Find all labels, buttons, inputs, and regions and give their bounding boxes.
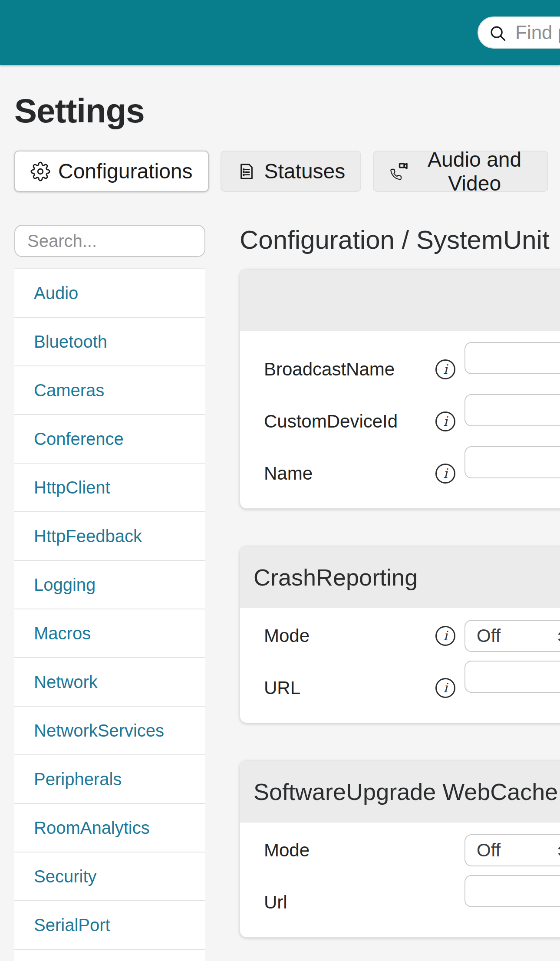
name-input[interactable] (464, 446, 560, 478)
config-main: Configuration / SystemUnit BroadcastName… (240, 192, 560, 961)
sidebar-item-bluetooth[interactable]: Bluetooth (14, 318, 205, 366)
sidebar-item-serialport[interactable]: SerialPort (14, 901, 205, 950)
settings-page: Settings Configurations Statuses (0, 92, 560, 961)
config-path-heading: Configuration / SystemUnit (240, 225, 560, 255)
info-button[interactable]: i (433, 625, 458, 647)
sidebar-search-input[interactable] (14, 225, 205, 257)
config-sidebar: AudioBluetoothCamerasConferenceHttpClien… (14, 192, 205, 961)
customdeviceid-input[interactable] (464, 394, 560, 426)
url-input[interactable] (464, 661, 560, 693)
tab-bar: Configurations Statuses Audio (14, 151, 560, 192)
svg-text:i: i (443, 414, 448, 429)
up-down-chevrons-icon (556, 842, 560, 861)
svg-text:i: i (443, 628, 448, 643)
setting-label: BroadcastName (264, 359, 433, 380)
up-down-chevrons-icon (556, 627, 560, 646)
global-search[interactable] (478, 16, 560, 49)
sidebar-item-cameras[interactable]: Cameras (14, 366, 205, 415)
svg-text:i: i (443, 466, 448, 481)
card-title: SoftwareUpgrade WebCache (240, 761, 560, 823)
info-icon[interactable]: i (434, 462, 457, 485)
config-card-untitled: BroadcastName i CustomDeviceId i Name i (240, 269, 560, 509)
tab-configurations[interactable]: Configurations (14, 151, 209, 192)
config-row-url: Url (264, 876, 560, 928)
config-row-name: Name i (264, 448, 560, 500)
config-card-softwareupgrade-webcache: SoftwareUpgrade WebCacheModeOff Url (240, 760, 560, 938)
sidebar-item-partial (14, 950, 205, 961)
mode-select[interactable]: Off (464, 620, 560, 652)
url-input[interactable] (464, 875, 560, 907)
search-icon (488, 23, 508, 43)
setting-label: URL (264, 678, 433, 698)
config-row-mode: Mode i Off (264, 610, 560, 662)
page-title: Settings (14, 92, 560, 129)
top-bar (0, 0, 560, 65)
svg-text:i: i (443, 362, 448, 377)
sidebar-item-httpfeedback[interactable]: HttpFeedback (14, 512, 205, 561)
phone-video-icon (389, 161, 409, 181)
config-row-customdeviceid: CustomDeviceId i (264, 395, 560, 448)
tab-label: Statuses (264, 159, 346, 183)
select-value: Off (477, 840, 501, 861)
broadcastname-input[interactable] (464, 342, 560, 374)
config-cards: BroadcastName i CustomDeviceId i Name i … (240, 269, 560, 938)
gear-icon (30, 161, 50, 181)
card-title: CrashReporting (240, 546, 560, 608)
card-body: BroadcastName i CustomDeviceId i Name i (240, 331, 560, 508)
tab-audio-and-video[interactable]: Audio and Video (373, 151, 548, 192)
tab-label: Audio and Video (417, 148, 532, 195)
card-title (240, 270, 560, 331)
mode-select[interactable]: Off (464, 834, 560, 866)
config-row-url: URL i (264, 662, 560, 714)
setting-label: Mode (264, 840, 433, 861)
svg-text:i: i (443, 680, 448, 695)
setting-label: Mode (264, 625, 433, 646)
sidebar-item-conference[interactable]: Conference (14, 415, 205, 464)
tab-label: Configurations (58, 159, 193, 183)
info-icon[interactable]: i (434, 410, 457, 433)
card-body: Mode i Off URL i (240, 608, 560, 723)
sidebar-item-peripherals[interactable]: Peripherals (14, 755, 205, 804)
sidebar-item-roomanalytics[interactable]: RoomAnalytics (14, 804, 205, 852)
config-row-broadcastname: BroadcastName i (264, 343, 560, 395)
config-row-mode: ModeOff (264, 824, 560, 876)
config-category-list: AudioBluetoothCamerasConferenceHttpClien… (14, 268, 205, 961)
sidebar-item-network[interactable]: Network (14, 658, 205, 707)
setting-label: Name (264, 463, 433, 484)
info-icon[interactable]: i (434, 677, 457, 699)
info-button[interactable]: i (433, 462, 458, 485)
sidebar-item-audio[interactable]: Audio (14, 269, 205, 318)
sidebar-item-networkservices[interactable]: NetworkServices (14, 707, 205, 755)
setting-label: CustomDeviceId (264, 411, 433, 432)
sidebar-item-logging[interactable]: Logging (14, 561, 205, 609)
info-icon[interactable]: i (434, 625, 457, 647)
setting-label: Url (264, 892, 433, 913)
document-list-icon (237, 161, 257, 181)
select-value: Off (477, 625, 501, 646)
config-card-crashreporting: CrashReportingMode i Off URL i (240, 546, 560, 723)
info-button[interactable]: i (433, 410, 458, 433)
tab-statuses[interactable]: Statuses (221, 151, 362, 192)
info-icon[interactable]: i (434, 358, 457, 381)
sidebar-item-httpclient[interactable]: HttpClient (14, 464, 205, 512)
sidebar-item-macros[interactable]: Macros (14, 609, 205, 658)
card-body: ModeOff Url (240, 823, 560, 937)
sidebar-item-security[interactable]: Security (14, 852, 205, 901)
info-button[interactable]: i (433, 358, 458, 381)
info-button[interactable]: i (433, 677, 458, 699)
